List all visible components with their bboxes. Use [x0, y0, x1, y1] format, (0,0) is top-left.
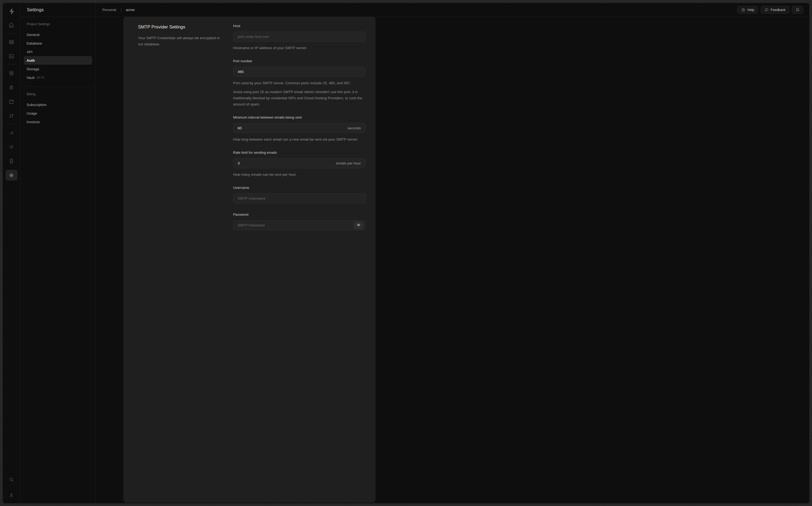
host-field-group: Host Hostname or IP address of your SMTP… [233, 24, 365, 51]
password-field-group: Password [233, 213, 365, 230]
port-inputbox [233, 67, 365, 77]
host-inputbox [233, 32, 365, 41]
port-note: Avoid using port 25 as modern SMTP email… [233, 89, 365, 107]
interval-helper: How long between each email can a new em… [233, 136, 365, 143]
reveal-password-button[interactable] [354, 222, 363, 229]
interval-label: Minimum interval between emails being se… [233, 115, 365, 120]
username-label: Username [233, 186, 365, 190]
rail-table-editor-button[interactable] [6, 36, 17, 47]
supabase-logo[interactable] [8, 6, 15, 17]
breadcrumb-org[interactable]: Personal [102, 8, 116, 12]
smtp-settings-intro: SMTP Provider Settings Your SMTP Credent… [138, 24, 223, 230]
top-bar: Personal / acme Help Feedback [96, 3, 406, 17]
sidebar-item-database[interactable]: Database [24, 39, 92, 48]
rail-sql-editor-button[interactable] [6, 51, 17, 62]
sidebar-item-vault[interactable]: Vault BETA [24, 73, 92, 82]
smtp-settings-grid: SMTP Provider Settings Your SMTP Credent… [124, 17, 375, 238]
file-text-icon [9, 158, 14, 164]
settings-sidebar-header: Settings [20, 3, 95, 17]
rail-divider [7, 64, 16, 65]
interval-inputbox: seconds [233, 123, 365, 133]
breadcrumb-separator: / [120, 7, 121, 12]
sidebar-item-storage[interactable]: Storage [24, 65, 92, 73]
beta-badge: BETA [37, 76, 45, 79]
rate-helper: How many emails can be sent per hour. [233, 171, 365, 178]
bar-chart-icon [9, 130, 14, 136]
gear-icon [9, 172, 14, 178]
rail-edge-functions-button[interactable] [6, 110, 17, 121]
sidebar-item-invoices[interactable]: Invoices [24, 117, 92, 126]
rail-divider [7, 33, 16, 33]
breadcrumb-project[interactable]: acme [126, 8, 135, 12]
host-input[interactable] [238, 34, 363, 38]
port-field-group: Port number Port used by your SMTP serve… [233, 59, 365, 107]
password-input[interactable] [238, 223, 354, 227]
list-icon [9, 144, 14, 150]
password-label: Password [233, 213, 365, 217]
content-area: SMTP Provider Settings Your SMTP Credent… [96, 17, 406, 253]
section-label-billing: Billing [24, 92, 92, 96]
database-icon [9, 70, 14, 76]
rail-reports-button[interactable] [6, 127, 17, 138]
home-icon [9, 22, 14, 28]
host-helper: Hostname or IP address of your SMTP serv… [233, 45, 365, 51]
username-input[interactable] [238, 196, 363, 200]
username-field-group: Username [233, 186, 365, 203]
icon-rail [3, 3, 20, 253]
table-editor-icon [9, 39, 14, 45]
page-title: Settings [27, 7, 44, 13]
sidebar-item-general[interactable]: General [24, 30, 92, 39]
sidebar-item-auth[interactable]: Auth [24, 56, 92, 65]
port-helper: Port used by your SMTP server. Common po… [233, 80, 365, 86]
edge-functions-icon [9, 113, 14, 118]
panel-heading: SMTP Provider Settings [138, 24, 223, 30]
rate-input[interactable] [238, 161, 333, 165]
eye-icon [357, 223, 361, 228]
rate-field-group: Rate limit for sending emails emails per… [233, 151, 365, 178]
rate-inputbox: emails per hour [233, 158, 365, 168]
smtp-settings-card: SMTP Provider Settings Your SMTP Credent… [124, 17, 375, 253]
sidebar-item-subscription[interactable]: Subscription [24, 100, 92, 109]
sql-editor-icon [9, 54, 14, 59]
section-label-project-settings: Project Settings [24, 22, 92, 26]
port-label: Port number [233, 59, 365, 63]
smtp-settings-form: Host Hostname or IP address of your SMTP… [233, 24, 365, 230]
lock-icon [9, 85, 14, 90]
settings-sidebar: Settings Project Settings General Databa… [20, 3, 96, 253]
rail-api-docs-button[interactable] [6, 156, 17, 166]
sidebar-item-usage[interactable]: Usage [24, 109, 92, 117]
interval-field-group: Minimum interval between emails being se… [233, 115, 365, 143]
sidebar-item-api[interactable]: API [24, 48, 92, 56]
interval-input[interactable] [238, 126, 344, 130]
sidebar-divider [20, 87, 95, 87]
supabase-bolt-icon [8, 8, 15, 15]
host-label: Host [233, 24, 365, 28]
storage-folder-icon [9, 99, 14, 104]
rail-logs-button[interactable] [6, 141, 17, 152]
interval-suffix: seconds [344, 126, 363, 130]
rail-project-settings-button[interactable] [6, 170, 17, 181]
rate-suffix: emails per hour [333, 161, 363, 165]
main-area: Personal / acme Help Feedback [96, 3, 406, 253]
password-inputbox [233, 220, 365, 230]
rail-storage-button[interactable] [6, 96, 17, 107]
username-inputbox [233, 193, 365, 203]
panel-description: Your SMTP Credentials will always be enc… [138, 35, 221, 47]
port-input[interactable] [238, 70, 363, 74]
rail-home-button[interactable] [6, 20, 17, 30]
rail-database-button[interactable] [6, 68, 17, 78]
settings-sidebar-body: Project Settings General Database API Au… [20, 17, 95, 126]
rail-divider [7, 124, 16, 124]
rate-label: Rate limit for sending emails [233, 151, 365, 155]
rail-authentication-button[interactable] [6, 82, 17, 93]
app-window: Settings Project Settings General Databa… [2, 3, 406, 253]
